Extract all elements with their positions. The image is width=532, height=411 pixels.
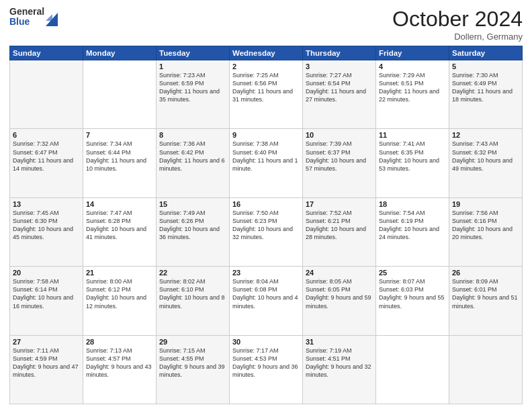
- col-friday: Friday: [376, 46, 449, 60]
- logo: General Blue: [9, 7, 58, 28]
- day-number: 28: [86, 338, 153, 346]
- table-row: 9Sunrise: 7:38 AMSunset: 6:40 PMDaylight…: [230, 129, 303, 197]
- col-saturday: Saturday: [449, 46, 523, 60]
- table-row: 11Sunrise: 7:41 AMSunset: 6:35 PMDayligh…: [376, 129, 449, 197]
- calendar-table: Sunday Monday Tuesday Wednesday Thursday…: [9, 46, 523, 404]
- day-number: 29: [159, 338, 226, 346]
- calendar-header-row: Sunday Monday Tuesday Wednesday Thursday…: [10, 46, 523, 60]
- day-number: 6: [13, 131, 80, 139]
- table-row: 20Sunrise: 7:58 AMSunset: 6:14 PMDayligh…: [10, 267, 83, 335]
- table-row: 31Sunrise: 7:19 AMSunset: 4:51 PMDayligh…: [303, 335, 376, 404]
- cell-info: Sunrise: 7:19 AMSunset: 4:51 PMDaylight:…: [306, 347, 373, 379]
- day-number: 8: [159, 131, 226, 139]
- calendar-week-row: 27Sunrise: 7:11 AMSunset: 4:59 PMDayligh…: [10, 335, 523, 404]
- cell-info: Sunrise: 7:49 AMSunset: 6:26 PMDaylight:…: [159, 209, 226, 242]
- col-wednesday: Wednesday: [230, 46, 303, 60]
- day-number: 24: [306, 269, 373, 277]
- cell-info: Sunrise: 7:41 AMSunset: 6:35 PMDaylight:…: [379, 140, 446, 173]
- day-number: 16: [232, 200, 300, 208]
- table-row: 26Sunrise: 8:09 AMSunset: 6:01 PMDayligh…: [449, 267, 523, 335]
- day-number: 20: [13, 269, 80, 277]
- cell-info: Sunrise: 7:58 AMSunset: 6:14 PMDaylight:…: [13, 277, 80, 310]
- table-row: 21Sunrise: 8:00 AMSunset: 6:12 PMDayligh…: [83, 267, 157, 335]
- cell-info: Sunrise: 7:52 AMSunset: 6:21 PMDaylight:…: [306, 209, 373, 242]
- table-row: [83, 60, 157, 129]
- day-number: 22: [159, 269, 226, 277]
- day-number: 31: [306, 338, 373, 346]
- day-number: 18: [379, 200, 446, 208]
- cell-info: Sunrise: 7:39 AMSunset: 6:37 PMDaylight:…: [306, 140, 373, 173]
- cell-info: Sunrise: 8:05 AMSunset: 6:05 PMDaylight:…: [306, 277, 373, 310]
- day-number: 27: [13, 338, 80, 346]
- day-number: 3: [306, 62, 373, 71]
- table-row: 14Sunrise: 7:47 AMSunset: 6:28 PMDayligh…: [83, 197, 157, 266]
- month-title: October 2024: [392, 7, 523, 32]
- cell-info: Sunrise: 7:15 AMSunset: 4:55 PMDaylight:…: [159, 347, 226, 379]
- day-number: 30: [232, 338, 300, 346]
- table-row: 4Sunrise: 7:29 AMSunset: 6:51 PMDaylight…: [376, 60, 449, 129]
- table-row: 3Sunrise: 7:27 AMSunset: 6:54 PMDaylight…: [303, 60, 376, 129]
- day-number: 19: [452, 200, 519, 208]
- cell-info: Sunrise: 7:34 AMSunset: 6:44 PMDaylight:…: [86, 140, 153, 173]
- cell-info: Sunrise: 7:56 AMSunset: 6:16 PMDaylight:…: [452, 209, 519, 242]
- page: General Blue October 2024 Dollern, Germa…: [0, 0, 532, 411]
- cell-info: Sunrise: 7:23 AMSunset: 6:59 PMDaylight:…: [159, 71, 226, 104]
- table-row: 25Sunrise: 8:07 AMSunset: 6:03 PMDayligh…: [376, 267, 449, 335]
- day-number: 26: [452, 269, 519, 277]
- table-row: 8Sunrise: 7:36 AMSunset: 6:42 PMDaylight…: [157, 129, 230, 197]
- cell-info: Sunrise: 7:32 AMSunset: 6:47 PMDaylight:…: [13, 140, 80, 173]
- calendar-week-row: 13Sunrise: 7:45 AMSunset: 6:30 PMDayligh…: [10, 197, 523, 266]
- cell-info: Sunrise: 7:11 AMSunset: 4:59 PMDaylight:…: [13, 347, 80, 379]
- cell-info: Sunrise: 7:45 AMSunset: 6:30 PMDaylight:…: [13, 209, 80, 242]
- day-number: 21: [86, 269, 153, 277]
- day-number: 2: [232, 62, 300, 71]
- col-sunday: Sunday: [10, 46, 83, 60]
- logo-wordmark: General Blue: [9, 7, 58, 28]
- location-subtitle: Dollern, Germany: [392, 32, 523, 42]
- table-row: 1Sunrise: 7:23 AMSunset: 6:59 PMDaylight…: [157, 60, 230, 129]
- cell-info: Sunrise: 7:38 AMSunset: 6:40 PMDaylight:…: [232, 140, 300, 173]
- day-number: 9: [232, 131, 300, 139]
- cell-info: Sunrise: 7:13 AMSunset: 4:57 PMDaylight:…: [86, 347, 153, 379]
- calendar-week-row: 20Sunrise: 7:58 AMSunset: 6:14 PMDayligh…: [10, 267, 523, 335]
- day-number: 10: [306, 131, 373, 139]
- header: General Blue October 2024 Dollern, Germa…: [9, 7, 523, 42]
- table-row: 23Sunrise: 8:04 AMSunset: 6:08 PMDayligh…: [230, 267, 303, 335]
- table-row: 17Sunrise: 7:52 AMSunset: 6:21 PMDayligh…: [303, 197, 376, 266]
- table-row: [449, 335, 523, 404]
- cell-info: Sunrise: 7:29 AMSunset: 6:51 PMDaylight:…: [379, 71, 446, 104]
- cell-info: Sunrise: 8:07 AMSunset: 6:03 PMDaylight:…: [379, 277, 446, 310]
- title-block: October 2024 Dollern, Germany: [392, 7, 523, 42]
- table-row: 30Sunrise: 7:17 AMSunset: 4:53 PMDayligh…: [230, 335, 303, 404]
- table-row: 12Sunrise: 7:43 AMSunset: 6:32 PMDayligh…: [449, 129, 523, 197]
- day-number: 15: [159, 200, 226, 208]
- table-row: 22Sunrise: 8:02 AMSunset: 6:10 PMDayligh…: [157, 267, 230, 335]
- table-row: 29Sunrise: 7:15 AMSunset: 4:55 PMDayligh…: [157, 335, 230, 404]
- table-row: 16Sunrise: 7:50 AMSunset: 6:23 PMDayligh…: [230, 197, 303, 266]
- table-row: 6Sunrise: 7:32 AMSunset: 6:47 PMDaylight…: [10, 129, 83, 197]
- day-number: 5: [452, 62, 519, 71]
- day-number: 1: [159, 62, 226, 71]
- cell-info: Sunrise: 7:50 AMSunset: 6:23 PMDaylight:…: [232, 209, 300, 242]
- logo-triangle-icon: [46, 7, 58, 26]
- col-monday: Monday: [83, 46, 157, 60]
- table-row: 18Sunrise: 7:54 AMSunset: 6:19 PMDayligh…: [376, 197, 449, 266]
- table-row: [10, 60, 83, 129]
- day-number: 7: [86, 131, 153, 139]
- table-row: 5Sunrise: 7:30 AMSunset: 6:49 PMDaylight…: [449, 60, 523, 129]
- day-number: 14: [86, 200, 153, 208]
- day-number: 11: [379, 131, 446, 139]
- table-row: 24Sunrise: 8:05 AMSunset: 6:05 PMDayligh…: [303, 267, 376, 335]
- cell-info: Sunrise: 8:04 AMSunset: 6:08 PMDaylight:…: [232, 277, 300, 310]
- cell-info: Sunrise: 7:27 AMSunset: 6:54 PMDaylight:…: [306, 71, 373, 104]
- day-number: 13: [13, 200, 80, 208]
- cell-info: Sunrise: 7:17 AMSunset: 4:53 PMDaylight:…: [232, 347, 300, 379]
- cell-info: Sunrise: 8:09 AMSunset: 6:01 PMDaylight:…: [452, 277, 519, 310]
- day-number: 17: [306, 200, 373, 208]
- col-tuesday: Tuesday: [157, 46, 230, 60]
- table-row: 15Sunrise: 7:49 AMSunset: 6:26 PMDayligh…: [157, 197, 230, 266]
- table-row: 13Sunrise: 7:45 AMSunset: 6:30 PMDayligh…: [10, 197, 83, 266]
- svg-marker-1: [46, 14, 52, 21]
- cell-info: Sunrise: 7:47 AMSunset: 6:28 PMDaylight:…: [86, 209, 153, 242]
- table-row: 10Sunrise: 7:39 AMSunset: 6:37 PMDayligh…: [303, 129, 376, 197]
